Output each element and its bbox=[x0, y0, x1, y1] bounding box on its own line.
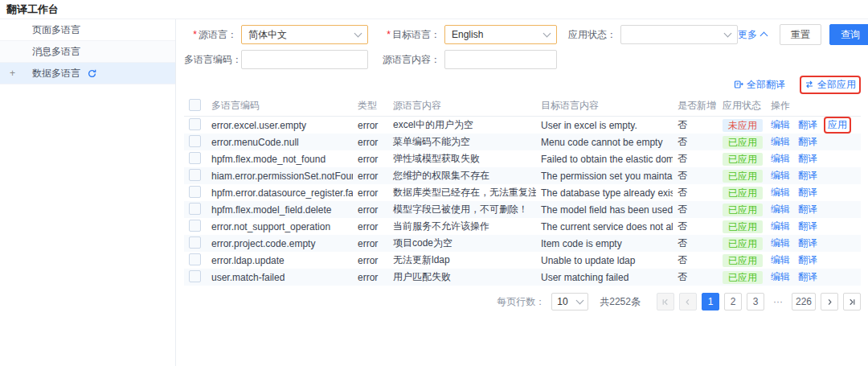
row-checkbox[interactable] bbox=[189, 152, 201, 164]
last-page-button[interactable] bbox=[843, 293, 861, 310]
cell-code: hpfm.flex.mode_not_found bbox=[207, 150, 353, 167]
translate-link[interactable]: 翻译 bbox=[798, 136, 817, 147]
expand-plus-icon[interactable]: + bbox=[10, 68, 15, 78]
source-content-input[interactable] bbox=[444, 50, 557, 69]
row-checkbox[interactable] bbox=[189, 203, 201, 215]
row-checkbox[interactable] bbox=[189, 236, 201, 249]
translate-link[interactable]: 翻译 bbox=[798, 170, 817, 181]
row-checkbox[interactable] bbox=[189, 253, 201, 265]
translate-link[interactable]: 翻译 bbox=[798, 271, 817, 282]
row-checkbox[interactable] bbox=[189, 118, 201, 130]
table-row: error.project.code.empty error 项目code为空 … bbox=[184, 235, 861, 252]
edit-link[interactable]: 编辑 bbox=[771, 170, 790, 181]
sidebar-item-label: 页面多语言 bbox=[32, 23, 80, 37]
page-button[interactable]: 226 bbox=[792, 293, 816, 310]
cell-type: error bbox=[353, 235, 388, 252]
edit-link[interactable]: 编辑 bbox=[771, 136, 790, 147]
row-checkbox[interactable] bbox=[189, 220, 201, 232]
required-asterisk: * bbox=[193, 29, 197, 40]
multilang-code-label: 多语言编码： bbox=[184, 53, 237, 67]
page-button[interactable]: 3 bbox=[747, 293, 764, 310]
sidebar-item-page-multilang[interactable]: 页面多语言 bbox=[0, 19, 175, 41]
cell-source: 用户匹配失败 bbox=[388, 269, 536, 286]
row-checkbox[interactable] bbox=[189, 186, 201, 198]
translate-link[interactable]: 翻译 bbox=[798, 119, 817, 130]
sidebar: 页面多语言 消息多语言 + 数据多语言 bbox=[0, 19, 176, 366]
page-size-select[interactable]: 10 bbox=[551, 293, 588, 310]
main-panel: *源语言： 简体中文 *目标语言： English 应用状态： 更多 重置 查询… bbox=[176, 19, 868, 366]
translate-link[interactable]: 翻译 bbox=[798, 153, 817, 164]
cell-is-new: 否 bbox=[673, 201, 718, 218]
sidebar-item-message-multilang[interactable]: 消息多语言 bbox=[0, 41, 175, 63]
cell-target: The model field has been used and cannot… bbox=[536, 201, 673, 218]
edit-link[interactable]: 编辑 bbox=[771, 153, 790, 164]
multilang-table: 多语言编码 类型 源语言内容 目标语言内容 是否新增 应用状态 操作 error… bbox=[184, 96, 861, 286]
translate-link[interactable]: 翻译 bbox=[798, 254, 817, 265]
page-button[interactable]: 2 bbox=[724, 293, 742, 310]
cell-is-new: 否 bbox=[673, 184, 718, 201]
page-button[interactable]: ··· bbox=[769, 293, 787, 310]
status-badge: 已应用 bbox=[723, 237, 763, 250]
source-lang-select[interactable]: 简体中文 bbox=[241, 25, 368, 44]
page-size-value: 10 bbox=[557, 296, 567, 307]
status-badge: 已应用 bbox=[723, 204, 763, 216]
edit-link[interactable]: 编辑 bbox=[771, 271, 790, 282]
row-checkbox[interactable] bbox=[189, 169, 201, 181]
apply-link[interactable]: 应用 bbox=[828, 118, 847, 132]
select-all-checkbox[interactable] bbox=[189, 99, 201, 111]
chevron-down-icon bbox=[724, 30, 732, 38]
table-body: error.excel.user.empty error excel中的用户为空… bbox=[184, 117, 861, 286]
multilang-code-input[interactable] bbox=[241, 50, 368, 69]
edit-link[interactable]: 编辑 bbox=[771, 187, 790, 198]
filter-row-1: *源语言： 简体中文 *目标语言： English 应用状态： 更多 重置 查询 bbox=[184, 25, 861, 44]
status-badge: 已应用 bbox=[723, 254, 763, 267]
reset-button[interactable]: 重置 bbox=[780, 24, 821, 45]
translate-link[interactable]: 翻译 bbox=[798, 237, 817, 249]
cell-ops: 编辑翻译 bbox=[766, 235, 861, 252]
required-asterisk: * bbox=[387, 29, 391, 40]
edit-link[interactable]: 编辑 bbox=[771, 254, 790, 265]
search-button[interactable]: 查询 bbox=[829, 24, 868, 45]
next-page-button[interactable] bbox=[821, 293, 838, 310]
cell-code: error.excel.user.empty bbox=[207, 117, 353, 134]
status-badge: 已应用 bbox=[723, 170, 763, 183]
target-lang-value: English bbox=[452, 29, 483, 40]
row-checkbox[interactable] bbox=[189, 135, 201, 147]
status-badge: 已应用 bbox=[723, 153, 763, 166]
table-row: user.match-failed error 用户匹配失败 User matc… bbox=[184, 269, 861, 286]
cell-code: user.match-failed bbox=[207, 269, 353, 286]
sidebar-item-data-multilang[interactable]: + 数据多语言 bbox=[0, 63, 175, 84]
row-checkbox[interactable] bbox=[189, 270, 201, 282]
cell-code: hiam.error.permissionSet.notFound bbox=[207, 167, 353, 184]
edit-link[interactable]: 编辑 bbox=[771, 119, 790, 130]
translate-all-link[interactable]: 全部翻译 bbox=[734, 78, 785, 92]
cell-ops: 编辑翻译应用 bbox=[766, 117, 861, 134]
chevron-down-icon bbox=[543, 30, 551, 38]
translate-link[interactable]: 翻译 bbox=[798, 187, 817, 198]
translation-workbench-page: 翻译工作台 页面多语言 消息多语言 + 数据多语言 bbox=[0, 0, 868, 366]
page-title: 翻译工作台 bbox=[6, 2, 59, 17]
target-lang-label: *目标语言： bbox=[378, 28, 440, 42]
edit-link[interactable]: 编辑 bbox=[771, 220, 790, 232]
cell-type: error bbox=[353, 218, 388, 235]
refresh-icon[interactable] bbox=[87, 68, 97, 79]
cell-ops: 编辑翻译 bbox=[766, 134, 861, 150]
first-page-button[interactable] bbox=[657, 293, 674, 310]
more-filters-link[interactable]: 更多 bbox=[738, 28, 767, 42]
source-content-label: 源语言内容： bbox=[378, 53, 440, 67]
apply-all-link[interactable]: 全部应用 bbox=[805, 78, 856, 92]
prev-page-button[interactable] bbox=[679, 293, 697, 310]
translate-link[interactable]: 翻译 bbox=[798, 220, 817, 232]
page-button[interactable]: 1 bbox=[702, 293, 719, 310]
edit-link[interactable]: 编辑 bbox=[771, 204, 790, 215]
apply-status-select[interactable] bbox=[620, 25, 738, 44]
cell-source: 菜单编码不能为空 bbox=[388, 134, 536, 150]
cell-type: error bbox=[353, 134, 388, 150]
table-row: error.menuCode.null error 菜单编码不能为空 Menu … bbox=[184, 134, 861, 150]
target-lang-select[interactable]: English bbox=[444, 25, 557, 44]
translate-link[interactable]: 翻译 bbox=[798, 204, 817, 215]
edit-link[interactable]: 编辑 bbox=[771, 237, 790, 249]
first-page-icon bbox=[661, 298, 669, 306]
last-page-icon bbox=[848, 298, 857, 306]
sidebar-item-label: 数据多语言 bbox=[32, 67, 80, 80]
